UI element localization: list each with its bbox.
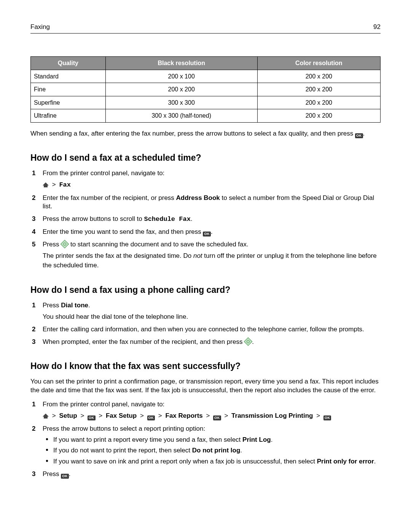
steps-scheduled: From the printer control panel, navigate…	[30, 169, 381, 270]
heading-scheduled: How do I send a fax at a scheduled time?	[30, 152, 381, 164]
header-section: Faxing	[30, 23, 50, 32]
th-quality: Quality	[31, 56, 106, 70]
table-row: Fine 200 x 200 200 x 200	[31, 83, 381, 96]
list-item: Enter the calling card information, and …	[30, 325, 381, 334]
page-header: Faxing 92	[30, 23, 381, 34]
note: You should hear the dial tone of the tel…	[43, 312, 381, 322]
ok-icon: OK	[213, 415, 221, 420]
note: The printer sends the fax at the designa…	[43, 251, 381, 270]
bullet-item: If you do not want to print the report, …	[46, 446, 381, 455]
ok-icon: OK	[203, 232, 211, 236]
heading-success: How do I know that the fax was sent succ…	[30, 360, 381, 372]
bullet-item: If you want to save on ink and print a r…	[46, 457, 381, 466]
nav-path: > Setup > OK > Fax Setup > OK > Fax Repo…	[43, 411, 381, 421]
page: Faxing 92 Quality Black resolution Color…	[0, 0, 411, 532]
list-item: When prompted, enter the fax number of t…	[30, 338, 381, 347]
heading-calling-card: How do I send a fax using a phone callin…	[30, 284, 381, 296]
home-icon	[43, 413, 49, 419]
list-item: Enter the time you want to send the fax,…	[30, 228, 381, 236]
bullet-item: If you want to print a report every time…	[46, 436, 381, 444]
quality-table: Quality Black resolution Color resolutio…	[30, 56, 381, 123]
list-item: Press OK.	[30, 470, 381, 479]
report-options: If you want to print a report every time…	[46, 436, 381, 466]
th-black: Black resolution	[105, 56, 257, 70]
table-row: Superfine 300 x 300 200 x 200	[31, 96, 381, 109]
ok-icon: OK	[147, 415, 155, 420]
list-item: Press the arrow buttons to select a repo…	[30, 425, 381, 466]
nav-path: > Fax	[43, 180, 381, 190]
ok-icon: OK	[88, 415, 96, 420]
list-item: From the printer control panel, navigate…	[30, 169, 381, 190]
header-page-number: 92	[373, 23, 381, 32]
table-row: Ultrafine 300 x 300 (half-toned) 200 x 2…	[31, 109, 381, 123]
ok-icon: OK	[355, 133, 363, 138]
list-item: From the printer control panel, navigate…	[30, 400, 381, 421]
th-color: Color resolution	[257, 56, 380, 70]
home-icon	[43, 182, 49, 187]
list-item: Press to start scanning the document and…	[30, 240, 381, 270]
steps-success: From the printer control panel, navigate…	[30, 400, 381, 479]
list-item: Enter the fax number of the recipient, o…	[30, 194, 381, 211]
para-after-table: When sending a fax, after entering the f…	[30, 129, 381, 138]
ok-icon: OK	[61, 474, 69, 479]
list-item: Press the arrow buttons to scroll to Sch…	[30, 215, 381, 224]
list-item: Press Dial tone. You should hear the dia…	[30, 301, 381, 322]
table-row: Standard 200 x 100 200 x 200	[31, 70, 381, 83]
start-diamond-icon	[61, 240, 69, 249]
steps-calling: Press Dial tone. You should hear the dia…	[30, 301, 381, 347]
start-diamond-icon	[244, 337, 253, 346]
intro-success: You can set the printer to print a confi…	[30, 377, 381, 395]
ok-icon: OK	[323, 415, 331, 420]
